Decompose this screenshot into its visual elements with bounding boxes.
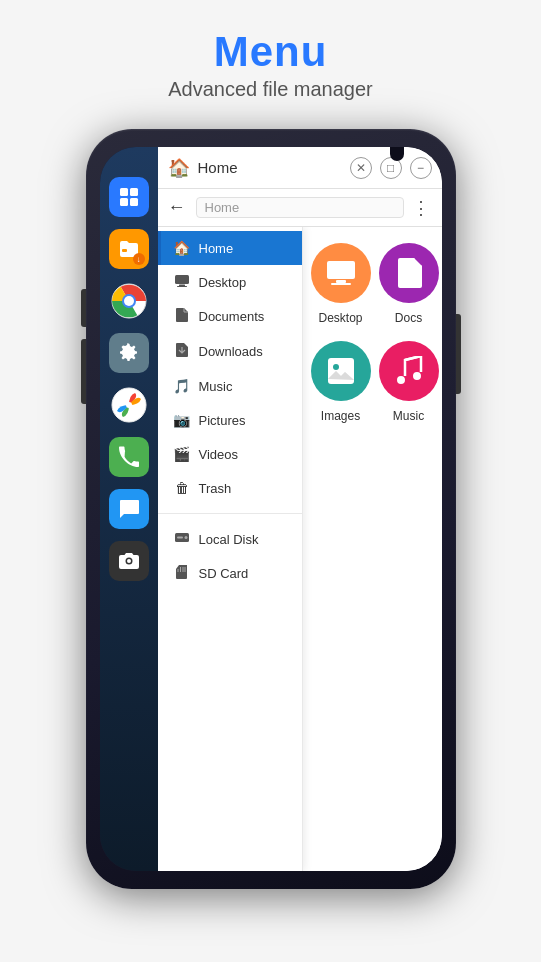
- nav-bar: ← Home ⋮: [158, 189, 442, 227]
- sidebar-main-section: 🏠 Home Desktop: [158, 227, 302, 509]
- close-button[interactable]: ✕: [350, 157, 372, 179]
- desktop-icon: [311, 243, 371, 303]
- phone-screen: ↓: [100, 147, 442, 871]
- svg-rect-22: [327, 261, 355, 279]
- docs-label: Docs: [395, 311, 422, 325]
- camera-notch: [390, 147, 404, 161]
- svg-rect-26: [402, 275, 412, 277]
- svg-point-11: [127, 559, 131, 563]
- sd-card-icon: [173, 565, 191, 582]
- svg-rect-12: [175, 275, 189, 284]
- sidebar-trash-label: Trash: [199, 481, 232, 496]
- pictures-sidebar-icon: 📷: [173, 412, 191, 428]
- dock-icon-settings[interactable]: [109, 333, 149, 373]
- sidebar-item-local-disk[interactable]: Local Disk: [158, 522, 302, 556]
- svg-point-29: [333, 364, 339, 370]
- svg-rect-17: [177, 537, 183, 539]
- sidebar-divider: [158, 513, 302, 514]
- more-button[interactable]: ⋮: [412, 197, 432, 219]
- sidebar-desktop-label: Desktop: [199, 275, 247, 290]
- app-area: 🏠 Home ✕ □ − ← Home ⋮: [158, 147, 442, 871]
- svg-line-30: [405, 356, 421, 360]
- sidebar-storage-section: Local Disk: [158, 518, 302, 595]
- top-section: Menu Advanced file manager: [0, 0, 541, 119]
- svg-rect-14: [177, 286, 187, 287]
- local-disk-icon: [173, 531, 191, 547]
- desktop-label: Desktop: [318, 311, 362, 325]
- svg-rect-3: [130, 198, 138, 206]
- sidebar-item-home[interactable]: 🏠 Home: [158, 231, 302, 265]
- svg-point-7: [124, 296, 134, 306]
- sidebar-videos-label: Videos: [199, 447, 239, 462]
- desktop-sidebar-icon: [173, 274, 191, 290]
- documents-sidebar-icon: [173, 308, 191, 325]
- images-icon: [311, 341, 371, 401]
- left-dock: ↓: [100, 147, 158, 871]
- videos-sidebar-icon: 🎬: [173, 446, 191, 462]
- sidebar-downloads-label: Downloads: [199, 344, 263, 359]
- dock-icon-phone-call[interactable]: [109, 437, 149, 477]
- sidebar-item-desktop[interactable]: Desktop: [158, 265, 302, 299]
- sidebar-item-trash[interactable]: 🗑 Trash: [158, 471, 302, 505]
- sidebar: 🏠 Home Desktop: [158, 227, 303, 871]
- sidebar-item-downloads[interactable]: Downloads: [158, 334, 302, 369]
- home-sidebar-icon: 🏠: [173, 240, 191, 256]
- docs-icon: [379, 243, 439, 303]
- sidebar-local-disk-label: Local Disk: [199, 532, 259, 547]
- sidebar-item-music[interactable]: 🎵 Music: [158, 369, 302, 403]
- svg-rect-4: [122, 249, 127, 252]
- trash-sidebar-icon: 🗑: [173, 480, 191, 496]
- file-item-docs[interactable]: Docs: [379, 243, 439, 325]
- window-controls: ✕ □ −: [350, 157, 432, 179]
- file-item-images[interactable]: Images: [311, 341, 371, 423]
- dock-icon-files[interactable]: ↓: [109, 229, 149, 269]
- minimize-button[interactable]: −: [410, 157, 432, 179]
- svg-point-16: [184, 536, 187, 539]
- sidebar-item-documents[interactable]: Documents: [158, 299, 302, 334]
- svg-rect-13: [179, 285, 185, 287]
- phone-button-power: [456, 314, 461, 394]
- address-bar[interactable]: Home: [196, 197, 404, 218]
- dock-icon-apps[interactable]: [109, 177, 149, 217]
- phone-mockup: ↓: [86, 129, 456, 889]
- back-button[interactable]: ←: [168, 197, 186, 218]
- phone-button-vol-up: [81, 289, 86, 327]
- title-bar-title: Home: [198, 159, 350, 176]
- svg-rect-0: [120, 188, 128, 196]
- music-label: Music: [393, 409, 424, 423]
- dock-icon-chrome[interactable]: [109, 281, 149, 321]
- file-item-desktop[interactable]: Desktop: [311, 243, 371, 325]
- sidebar-item-sd-card[interactable]: SD Card: [158, 556, 302, 591]
- sidebar-pictures-label: Pictures: [199, 413, 246, 428]
- downloads-sidebar-icon: [173, 343, 191, 360]
- dock-icon-camera[interactable]: [109, 541, 149, 581]
- sidebar-music-label: Music: [199, 379, 233, 394]
- svg-rect-1: [130, 188, 138, 196]
- svg-point-9: [126, 402, 132, 408]
- dock-icon-pinwheel[interactable]: [109, 385, 149, 425]
- file-grid: Desktop Docs: [303, 227, 442, 871]
- music-icon: [379, 341, 439, 401]
- svg-rect-24: [331, 283, 351, 285]
- images-label: Images: [321, 409, 360, 423]
- svg-rect-25: [402, 270, 416, 272]
- phone-button-vol-down: [81, 339, 86, 404]
- file-item-music[interactable]: Music: [379, 341, 439, 423]
- music-sidebar-icon: 🎵: [173, 378, 191, 394]
- sidebar-documents-label: Documents: [199, 309, 265, 324]
- home-icon: 🏠: [168, 157, 190, 179]
- content-area: 🏠 Home Desktop: [158, 227, 442, 871]
- dock-icon-messages[interactable]: [109, 489, 149, 529]
- sidebar-item-pictures[interactable]: 📷 Pictures: [158, 403, 302, 437]
- page-subtitle: Advanced file manager: [0, 78, 541, 101]
- svg-rect-2: [120, 198, 128, 206]
- sidebar-home-label: Home: [199, 241, 234, 256]
- svg-rect-23: [336, 280, 346, 283]
- page-title: Menu: [0, 28, 541, 76]
- sidebar-item-videos[interactable]: 🎬 Videos: [158, 437, 302, 471]
- svg-rect-28: [328, 358, 354, 384]
- sidebar-sd-card-label: SD Card: [199, 566, 249, 581]
